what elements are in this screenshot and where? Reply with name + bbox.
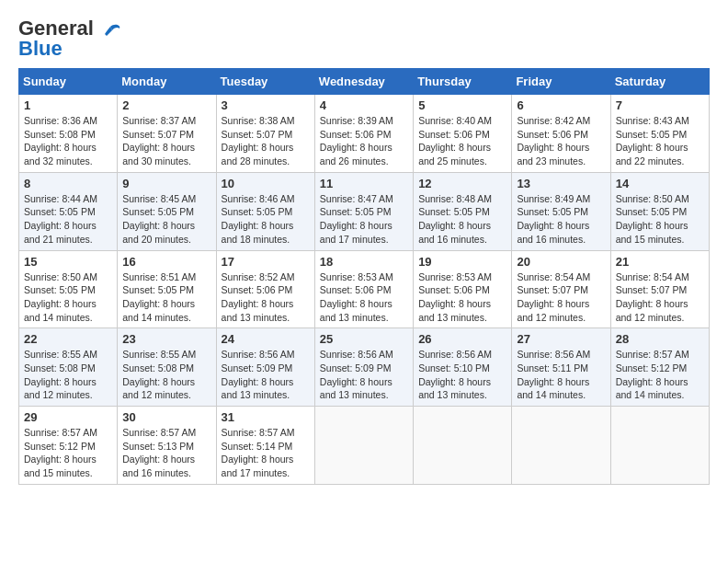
table-row [512, 407, 610, 485]
day-info: Sunrise: 8:57 AMSunset: 5:13 PMDaylight:… [122, 426, 210, 480]
table-row [610, 407, 709, 485]
table-row: 19Sunrise: 8:53 AMSunset: 5:06 PMDayligh… [414, 250, 512, 328]
table-row: 9Sunrise: 8:45 AMSunset: 5:05 PMDaylight… [118, 172, 216, 250]
day-number: 12 [418, 177, 506, 190]
calendar-week-5: 29Sunrise: 8:57 AMSunset: 5:12 PMDayligh… [19, 407, 710, 485]
day-info: Sunrise: 8:57 AMSunset: 5:14 PMDaylight:… [222, 426, 310, 480]
table-row: 30Sunrise: 8:57 AMSunset: 5:13 PMDayligh… [118, 407, 216, 485]
day-number: 19 [418, 255, 506, 269]
col-header-friday: Friday [512, 69, 610, 95]
day-info: Sunrise: 8:47 AMSunset: 5:05 PMDaylight:… [320, 192, 408, 247]
day-number: 1 [24, 98, 112, 112]
day-info: Sunrise: 8:53 AMSunset: 5:06 PMDaylight:… [320, 270, 408, 325]
table-row: 27Sunrise: 8:56 AMSunset: 5:11 PMDayligh… [512, 328, 610, 407]
day-number: 24 [222, 332, 310, 346]
day-info: Sunrise: 8:56 AMSunset: 5:11 PMDaylight:… [517, 348, 605, 402]
day-info: Sunrise: 8:42 AMSunset: 5:06 PMDaylight:… [517, 114, 605, 168]
table-row: 16Sunrise: 8:51 AMSunset: 5:05 PMDayligh… [118, 250, 216, 328]
table-row: 23Sunrise: 8:55 AMSunset: 5:08 PMDayligh… [118, 328, 216, 407]
day-info: Sunrise: 8:48 AMSunset: 5:05 PMDaylight:… [418, 192, 506, 247]
col-header-tuesday: Tuesday [216, 69, 314, 95]
day-info: Sunrise: 8:55 AMSunset: 5:08 PMDaylight:… [122, 348, 210, 402]
day-number: 14 [616, 177, 704, 190]
table-row: 12Sunrise: 8:48 AMSunset: 5:05 PMDayligh… [414, 172, 512, 250]
day-info: Sunrise: 8:44 AMSunset: 5:05 PMDaylight:… [24, 192, 112, 247]
table-row: 25Sunrise: 8:56 AMSunset: 5:09 PMDayligh… [314, 328, 413, 407]
day-info: Sunrise: 8:40 AMSunset: 5:06 PMDaylight:… [418, 114, 506, 168]
day-number: 23 [122, 332, 210, 346]
day-number: 28 [616, 332, 704, 346]
page-header: General Blue [18, 18, 710, 59]
col-header-thursday: Thursday [414, 69, 512, 95]
col-header-saturday: Saturday [610, 69, 709, 95]
table-row: 31Sunrise: 8:57 AMSunset: 5:14 PMDayligh… [216, 407, 314, 485]
day-info: Sunrise: 8:36 AMSunset: 5:08 PMDaylight:… [24, 114, 112, 168]
calendar-week-3: 15Sunrise: 8:50 AMSunset: 5:05 PMDayligh… [19, 250, 710, 328]
day-info: Sunrise: 8:43 AMSunset: 5:05 PMDaylight:… [616, 114, 704, 168]
col-header-monday: Monday [118, 69, 216, 95]
table-row [414, 407, 512, 485]
day-info: Sunrise: 8:56 AMSunset: 5:09 PMDaylight:… [222, 348, 310, 402]
table-row: 7Sunrise: 8:43 AMSunset: 5:05 PMDaylight… [610, 95, 709, 173]
day-info: Sunrise: 8:57 AMSunset: 5:12 PMDaylight:… [616, 348, 704, 402]
table-row: 24Sunrise: 8:56 AMSunset: 5:09 PMDayligh… [216, 328, 314, 407]
day-number: 2 [122, 98, 210, 112]
day-number: 16 [122, 255, 210, 269]
day-info: Sunrise: 8:56 AMSunset: 5:10 PMDaylight:… [418, 348, 506, 402]
day-number: 22 [24, 332, 112, 346]
table-row: 29Sunrise: 8:57 AMSunset: 5:12 PMDayligh… [19, 407, 118, 485]
day-number: 4 [320, 98, 408, 112]
table-row: 5Sunrise: 8:40 AMSunset: 5:06 PMDaylight… [414, 95, 512, 173]
day-info: Sunrise: 8:57 AMSunset: 5:12 PMDaylight:… [24, 426, 112, 480]
logo-blue: Blue [18, 37, 63, 60]
day-number: 8 [24, 177, 112, 190]
logo: General Blue [18, 18, 123, 59]
day-number: 7 [616, 98, 704, 112]
day-info: Sunrise: 8:50 AMSunset: 5:05 PMDaylight:… [616, 192, 704, 247]
day-info: Sunrise: 8:53 AMSunset: 5:06 PMDaylight:… [418, 270, 506, 325]
table-row: 4Sunrise: 8:39 AMSunset: 5:06 PMDaylight… [314, 95, 413, 173]
table-row: 3Sunrise: 8:38 AMSunset: 5:07 PMDaylight… [216, 95, 314, 173]
day-info: Sunrise: 8:38 AMSunset: 5:07 PMDaylight:… [222, 114, 310, 168]
day-number: 3 [222, 98, 310, 112]
day-number: 30 [122, 410, 210, 424]
day-number: 15 [24, 255, 112, 269]
table-row: 20Sunrise: 8:54 AMSunset: 5:07 PMDayligh… [512, 250, 610, 328]
day-info: Sunrise: 8:50 AMSunset: 5:05 PMDaylight:… [24, 270, 112, 325]
calendar-week-1: 1Sunrise: 8:36 AMSunset: 5:08 PMDaylight… [19, 95, 710, 173]
day-info: Sunrise: 8:49 AMSunset: 5:05 PMDaylight:… [517, 192, 605, 247]
logo-bird-icon [97, 19, 123, 45]
day-number: 27 [517, 332, 605, 346]
table-row: 21Sunrise: 8:54 AMSunset: 5:07 PMDayligh… [610, 250, 709, 328]
table-row: 11Sunrise: 8:47 AMSunset: 5:05 PMDayligh… [314, 172, 413, 250]
table-row: 26Sunrise: 8:56 AMSunset: 5:10 PMDayligh… [414, 328, 512, 407]
logo-text: General Blue [18, 18, 94, 59]
day-number: 10 [222, 177, 310, 190]
day-number: 5 [418, 98, 506, 112]
table-row: 1Sunrise: 8:36 AMSunset: 5:08 PMDaylight… [19, 95, 118, 173]
calendar-week-2: 8Sunrise: 8:44 AMSunset: 5:05 PMDaylight… [19, 172, 710, 250]
day-info: Sunrise: 8:54 AMSunset: 5:07 PMDaylight:… [517, 270, 605, 325]
table-row: 13Sunrise: 8:49 AMSunset: 5:05 PMDayligh… [512, 172, 610, 250]
day-number: 11 [320, 177, 408, 190]
table-row: 2Sunrise: 8:37 AMSunset: 5:07 PMDaylight… [118, 95, 216, 173]
table-row: 6Sunrise: 8:42 AMSunset: 5:06 PMDaylight… [512, 95, 610, 173]
table-row: 17Sunrise: 8:52 AMSunset: 5:06 PMDayligh… [216, 250, 314, 328]
calendar-week-4: 22Sunrise: 8:55 AMSunset: 5:08 PMDayligh… [19, 328, 710, 407]
day-number: 29 [24, 410, 112, 424]
table-row: 8Sunrise: 8:44 AMSunset: 5:05 PMDaylight… [19, 172, 118, 250]
day-info: Sunrise: 8:56 AMSunset: 5:09 PMDaylight:… [320, 348, 408, 402]
day-number: 18 [320, 255, 408, 269]
day-number: 13 [517, 177, 605, 190]
table-row: 14Sunrise: 8:50 AMSunset: 5:05 PMDayligh… [610, 172, 709, 250]
day-info: Sunrise: 8:46 AMSunset: 5:05 PMDaylight:… [222, 192, 310, 247]
day-number: 17 [222, 255, 310, 269]
day-info: Sunrise: 8:37 AMSunset: 5:07 PMDaylight:… [122, 114, 210, 168]
day-info: Sunrise: 8:45 AMSunset: 5:05 PMDaylight:… [122, 192, 210, 247]
calendar-table: SundayMondayTuesdayWednesdayThursdayFrid… [18, 68, 710, 485]
table-row [314, 407, 413, 485]
day-info: Sunrise: 8:39 AMSunset: 5:06 PMDaylight:… [320, 114, 408, 168]
day-number: 21 [616, 255, 704, 269]
day-number: 26 [418, 332, 506, 346]
table-row: 28Sunrise: 8:57 AMSunset: 5:12 PMDayligh… [610, 328, 709, 407]
